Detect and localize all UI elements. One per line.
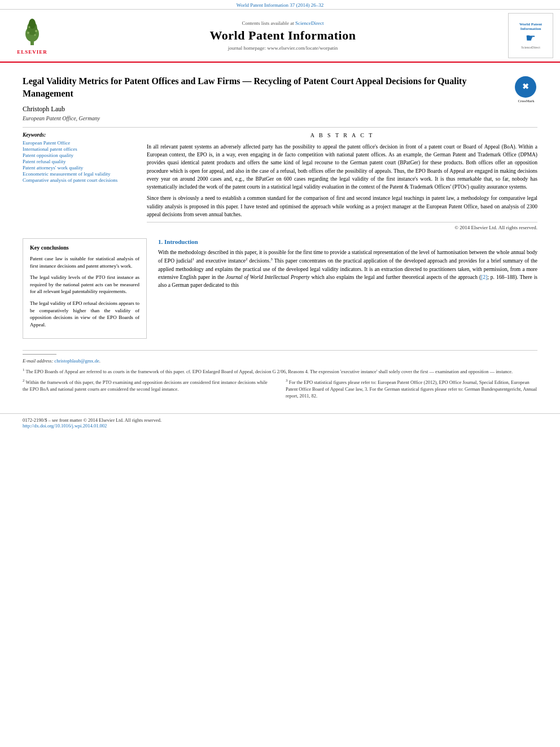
- doi-link[interactable]: http://dx.doi.org/10.1016/j.wpi.2014.01.…: [23, 423, 107, 429]
- email-footnote: E-mail address: christophlaub@gmx.de.: [23, 358, 537, 365]
- key-conclusions-title: Key conclusions: [30, 244, 139, 251]
- wpi-logo-box: World PatentInformation ☛ ScienceDirect: [508, 13, 553, 58]
- abstract-paragraph-1: In all relevant patent systems an advers…: [147, 143, 537, 191]
- header-center: Contents lists available at ScienceDirec…: [63, 20, 502, 51]
- svg-point-5: [35, 30, 37, 32]
- kw-item-7: Comparative analysis of patent court dec…: [23, 177, 135, 183]
- article-title-row: Legal Validity Metrics for Patent Office…: [23, 75, 537, 101]
- kc-item-1: Patent case law is suitable for statisti…: [30, 255, 139, 269]
- journal-homepage: journal homepage: www.elsevier.com/locat…: [63, 45, 502, 51]
- svg-point-4: [27, 32, 29, 34]
- journal-ref: World Patent Information 37 (2014) 26–32: [237, 2, 324, 8]
- author-affiliation: European Patent Office, Germany: [23, 115, 537, 121]
- copyright-line: © 2014 Elsevier Ltd. All rights reserved…: [147, 222, 537, 230]
- crossmark: ✖ CrossMark: [515, 76, 537, 99]
- kw-item-4: Patent refusal quality: [23, 159, 135, 164]
- kw-item-6: Econometric measurement of legal validit…: [23, 171, 135, 177]
- sciencedirect-link[interactable]: ScienceDirect: [295, 20, 323, 26]
- contents-line: Contents lists available at ScienceDirec…: [63, 20, 502, 26]
- kc-item-3: The legal validity of EPO refusal decisi…: [30, 300, 139, 328]
- svg-point-6: [29, 26, 30, 28]
- elsevier-logo: ELSEVIER: [7, 17, 58, 55]
- journal-title: World Patent Information: [63, 28, 502, 43]
- keywords-title: Keywords:: [23, 132, 135, 138]
- abstract-text: In all relevant patent systems an advers…: [147, 143, 537, 219]
- svg-point-7: [34, 34, 36, 36]
- header-container: ELSEVIER Contents lists available at Sci…: [0, 9, 560, 63]
- keywords-box: Keywords: European Patent Office Interna…: [23, 132, 135, 183]
- key-conclusions-box: Key conclusions Patent case law is suita…: [23, 238, 147, 339]
- footnote-3: 3 For the EPO statistical figures please…: [286, 378, 537, 400]
- footnote-1: 1 The EPO Boards of Appeal are referred …: [23, 368, 537, 375]
- kw-item-5: Patent attorneys' work quality: [23, 165, 135, 171]
- elsevier-wordmark: ELSEVIER: [17, 49, 47, 55]
- email-link[interactable]: christophlaub@gmx.de: [54, 358, 99, 364]
- abstract-section: A B S T R A C T In all relevant patent s…: [147, 132, 537, 230]
- footnote-section: E-mail address: christophlaub@gmx.de. 1 …: [23, 350, 537, 402]
- kw-item-1: European Patent Office: [23, 140, 135, 146]
- author-name: Christoph Laub: [23, 105, 537, 113]
- intro-text: With the methodology described in this p…: [158, 248, 537, 289]
- bottom-bar: 0172-2190/$ – see front matter © 2014 El…: [0, 413, 560, 432]
- kw-item-3: Patent opposition quality: [23, 152, 135, 158]
- abstract-paragraph-2: Since there is obviously a need to estab…: [147, 194, 537, 219]
- issn-line: 0172-2190/$ – see front matter © 2014 El…: [23, 417, 537, 423]
- kw-item-2: International patent offices: [23, 146, 135, 152]
- doi-line: http://dx.doi.org/10.1016/j.wpi.2014.01.…: [23, 423, 537, 429]
- kc-item-2: The legal validity levels of the PTO fir…: [30, 274, 139, 295]
- footnote-2: 2 Within the framework of this paper, th…: [23, 378, 274, 393]
- article-title-text: Legal Validity Metrics for Patent Office…: [23, 75, 509, 101]
- journal-header-bar: World Patent Information 37 (2014) 26–32: [0, 0, 560, 9]
- introduction-col: 1. Introduction With the methodology des…: [158, 238, 537, 339]
- abstract-title: A B S T R A C T: [147, 132, 537, 138]
- intro-section-title: 1. Introduction: [158, 238, 537, 245]
- ref-link-2[interactable]: [2]: [481, 274, 487, 280]
